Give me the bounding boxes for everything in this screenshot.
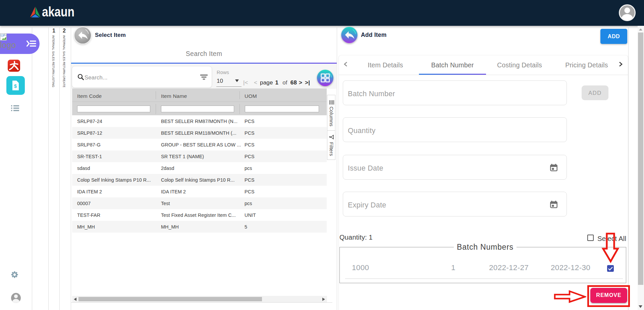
svg-text:$: $ bbox=[14, 83, 17, 89]
